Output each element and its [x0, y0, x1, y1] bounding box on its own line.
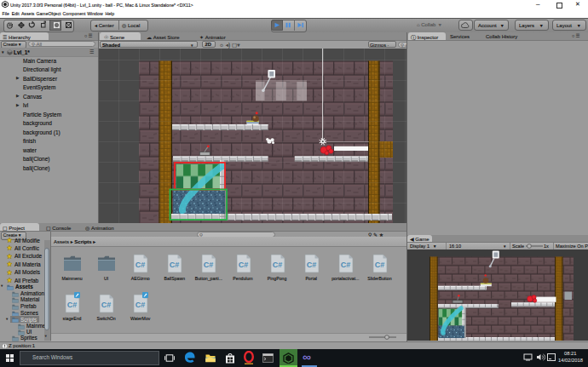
- svg-text:C#: C#: [375, 261, 385, 269]
- svg-text:C#: C#: [307, 261, 317, 269]
- svg-text:C#: C#: [204, 261, 214, 269]
- svg-text:C#: C#: [67, 301, 78, 309]
- svg-text:C#: C#: [170, 261, 180, 269]
- svg-text:C#: C#: [135, 301, 146, 309]
- svg-text:C#: C#: [101, 301, 112, 309]
- svg-text:C#: C#: [135, 261, 146, 269]
- svg-text:C#: C#: [341, 261, 351, 269]
- svg-text:C#: C#: [272, 261, 282, 269]
- svg-text:C#: C#: [238, 261, 248, 269]
